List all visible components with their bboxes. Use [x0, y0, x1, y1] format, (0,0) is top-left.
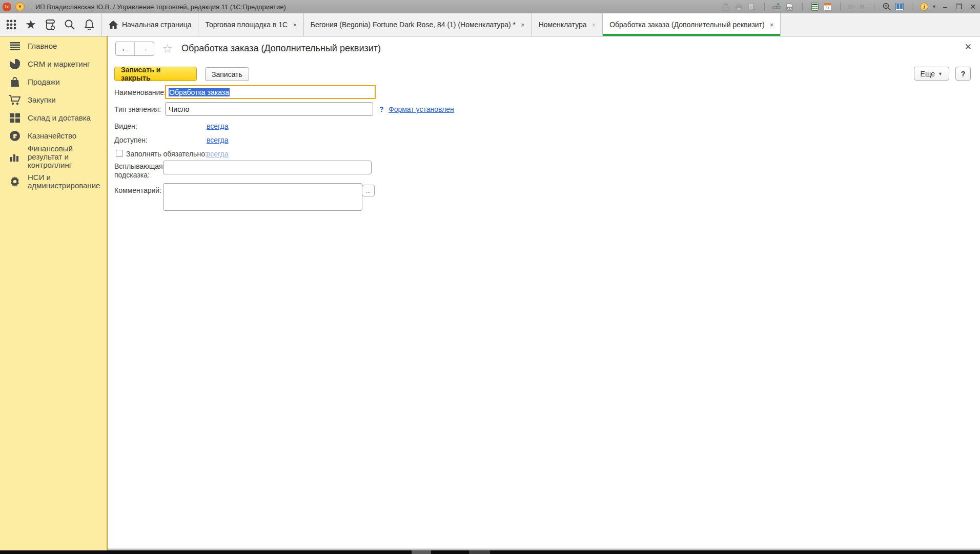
divider: [912, 3, 912, 11]
divider: [874, 3, 874, 11]
close-tab-icon[interactable]: ×: [521, 21, 525, 29]
format-set-link[interactable]: Формат установлен: [389, 105, 454, 113]
save-button[interactable]: Записать: [205, 67, 249, 81]
tab-label: Начальная страница: [122, 21, 191, 29]
required-label: Заполнять обязательно:: [126, 150, 207, 158]
comment-textarea[interactable]: [163, 183, 362, 211]
window-titlebar: 1с ▼ ИП Владиславская Ю.В. / Управление …: [0, 0, 980, 13]
save-icon[interactable]: [722, 2, 731, 11]
tab-strip: ★ Начальная страница Торговая площадка в…: [0, 13, 980, 36]
history-icon[interactable]: [43, 17, 57, 32]
divider: [764, 3, 765, 11]
more-button-label: Еще: [921, 70, 935, 78]
svg-text:₽: ₽: [13, 132, 17, 140]
close-tab-icon[interactable]: ×: [293, 21, 297, 29]
shopping-cart-icon: [9, 94, 21, 106]
close-form-icon[interactable]: ✕: [965, 42, 972, 52]
forward-button[interactable]: →: [135, 42, 154, 55]
available-always-link[interactable]: всегда: [207, 136, 229, 144]
close-tab-icon[interactable]: ×: [592, 21, 596, 29]
close-tab-icon[interactable]: ×: [770, 21, 774, 29]
sidebar-item-label: Главное: [28, 42, 57, 50]
tab-home[interactable]: Начальная страница: [102, 13, 198, 36]
sidebar-item-label: НСИ и администрирование: [28, 173, 104, 190]
sidebar-item-crm[interactable]: CRM и маркетинг: [0, 55, 107, 73]
sidebar-item-label: Закупки: [28, 96, 56, 104]
sidebar-item-label: Финансовый результат и контроллинг: [28, 145, 104, 169]
taskbar-segment: [412, 550, 431, 554]
favorite-star-icon[interactable]: ☆: [162, 42, 173, 56]
print-preview-icon[interactable]: [747, 2, 757, 11]
chevron-down-icon: ▼: [938, 71, 943, 76]
sidebar-item-warehouse[interactable]: Склад и доставка: [0, 109, 107, 127]
comment-label: Комментарий:: [114, 186, 161, 194]
visible-always-link[interactable]: всегда: [207, 122, 229, 130]
back-button[interactable]: ←: [116, 42, 135, 55]
sidebar-item-label: CRM и маркетинг: [28, 60, 90, 68]
save-and-close-button[interactable]: Записать и закрыть: [114, 67, 197, 81]
memory-plus-button[interactable]: M+: [848, 4, 856, 10]
tab-order-processing[interactable]: Обработка заказа (Дополнительный реквизи…: [603, 13, 781, 36]
divider: [29, 3, 29, 11]
notifications-bell-icon[interactable]: [82, 17, 96, 32]
tab-begonia[interactable]: Бегония (Begonia) Fortune Dark Rose, 84 …: [304, 13, 532, 36]
close-window-button[interactable]: ✕: [968, 3, 978, 11]
home-icon: [109, 21, 118, 29]
gear-icon: [9, 176, 21, 187]
tab-label: Бегония (Begonia) Fortune Dark Rose, 84 …: [311, 21, 516, 29]
value-type-hint[interactable]: ?: [379, 105, 384, 113]
value-type-input[interactable]: [165, 102, 373, 116]
restore-button[interactable]: ❐: [954, 3, 964, 11]
sidebar-item-purchases[interactable]: Закупки: [0, 91, 107, 109]
sidebar-item-label: Склад и доставка: [28, 114, 91, 122]
zoom-in-icon[interactable]: [882, 2, 891, 11]
memory-minus-button[interactable]: M-: [860, 4, 866, 10]
order-processing-form: ← → ☆ Обработка заказа (Дополнительный р…: [109, 36, 980, 548]
sidebar-item-sales[interactable]: Продажи: [0, 73, 107, 91]
help-button[interactable]: ?: [955, 67, 971, 81]
info-icon[interactable]: i: [920, 3, 928, 11]
taskbar-strip: [0, 550, 980, 554]
sidebar-item-financial-result[interactable]: Финансовый результат и контроллинг: [0, 145, 107, 169]
ruble-coin-icon: ₽: [9, 130, 21, 142]
pie-chart-icon: [9, 58, 21, 70]
value-type-label: Тип значения:: [114, 105, 161, 113]
calendar-icon[interactable]: 31: [823, 2, 832, 11]
get-link-icon[interactable]: [785, 2, 794, 11]
tab-label: Обработка заказа (Дополнительный реквизи…: [609, 21, 765, 29]
more-button[interactable]: Еще ▼: [914, 67, 949, 81]
required-always-link[interactable]: всегда: [207, 150, 229, 158]
sidebar-item-main[interactable]: Главное: [0, 37, 107, 55]
minimize-button[interactable]: –: [940, 3, 950, 11]
name-input[interactable]: Обработка заказа: [165, 85, 376, 99]
tab-marketplace[interactable]: Торговая площадка в 1С ×: [198, 13, 303, 36]
tooltip-label: Всплывающая подсказка:: [114, 162, 161, 180]
info-dropdown-caret-icon[interactable]: ▼: [932, 4, 936, 9]
divider: [840, 3, 841, 11]
comment-expand-button[interactable]: ...: [362, 185, 375, 196]
required-checkbox[interactable]: [116, 150, 123, 157]
sidebar-item-treasury[interactable]: ₽ Казначейство: [0, 127, 107, 145]
calculator-icon[interactable]: [810, 2, 820, 11]
sidebar-item-label: Казначейство: [28, 132, 76, 140]
taskbar-segment: [469, 550, 490, 554]
history-nav-group: ← →: [115, 42, 154, 56]
visible-label: Виден:: [114, 122, 137, 130]
tooltip-input[interactable]: [163, 161, 372, 174]
menu-icon: [9, 41, 21, 52]
print-icon[interactable]: [734, 2, 744, 11]
main-menu-button[interactable]: ▼: [15, 2, 25, 11]
name-label: Наименование:: [114, 88, 166, 96]
tab-nomenclature[interactable]: Номенклатура ×: [532, 13, 603, 36]
sidebar-item-admin[interactable]: НСИ и администрирование: [0, 169, 107, 194]
tab-label: Номенклатура: [539, 21, 587, 29]
apps-grid-icon[interactable]: [4, 17, 18, 32]
favorites-star-icon[interactable]: ★: [24, 17, 38, 32]
search-icon[interactable]: [63, 17, 77, 32]
1c-logo-icon: 1с: [3, 3, 11, 11]
split-columns-icon[interactable]: [895, 2, 904, 11]
application-window: 1с ▼ ИП Владиславская Ю.В. / Управление …: [0, 0, 980, 554]
go-to-link-icon[interactable]: [772, 2, 782, 11]
sections-sidebar: Главное CRM и маркетинг Продажи Закупки …: [0, 36, 108, 550]
sidebar-item-label: Продажи: [28, 78, 60, 86]
